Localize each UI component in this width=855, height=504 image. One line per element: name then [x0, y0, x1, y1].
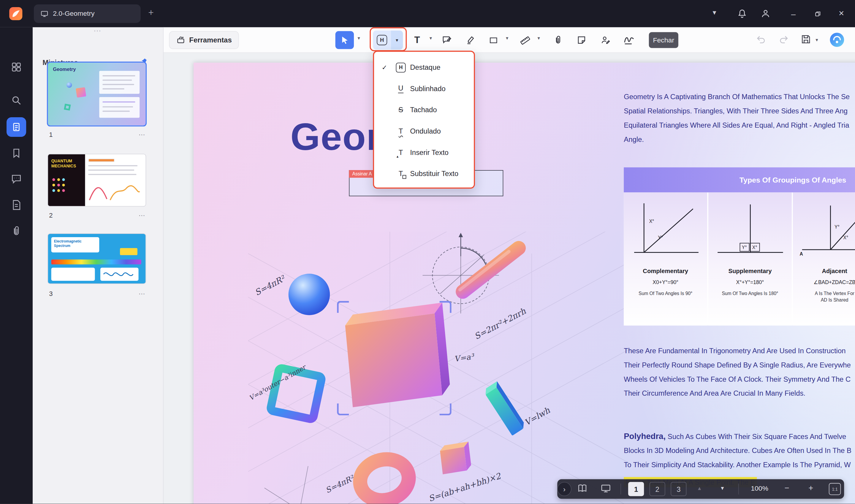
- highlight-tool-callout: [370, 27, 407, 51]
- collapse-bar-button[interactable]: ›: [557, 482, 571, 496]
- shape-tool-chevron-icon[interactable]: ▾: [503, 35, 511, 41]
- rectangle-shape-icon: [489, 35, 498, 45]
- selection-handle-bottom-right[interactable]: [439, 403, 451, 415]
- polyhedra-line: Such As Cubes With Their Six Square Face…: [665, 432, 846, 441]
- angles-table[interactable]: Types Of Groupings Of Angles X° Y° Compl…: [624, 167, 855, 326]
- selected-cube-shape[interactable]: [345, 303, 450, 407]
- sign-tool-button[interactable]: [596, 31, 614, 49]
- thumbnail-3-menu[interactable]: ⋯: [139, 290, 146, 298]
- thumbnail-1-number: 1: [49, 131, 53, 139]
- sidebar-item-thumbnails[interactable]: [6, 117, 26, 137]
- slide-page[interactable]: Geometry Assinar A: [194, 62, 855, 504]
- zoom-out-button[interactable]: −: [782, 483, 792, 492]
- menu-item-tachado[interactable]: S Tachado: [374, 99, 474, 121]
- menu-item-inserir-texto[interactable]: T Inserir Texto: [374, 142, 474, 163]
- undo-icon: [756, 34, 767, 45]
- new-tab-button[interactable]: +: [148, 8, 154, 19]
- thumbnail-1-menu[interactable]: ⋯: [139, 131, 146, 139]
- page-button-3[interactable]: 3: [671, 482, 687, 496]
- app-logo[interactable]: [7, 5, 25, 22]
- selection-handle-top-right[interactable]: [439, 301, 451, 313]
- mini-chart-label: [88, 159, 114, 162]
- close-edit-mode-button[interactable]: Fechar: [649, 32, 678, 48]
- geometry-shapes-cluster: [248, 232, 641, 504]
- angle-group-formula: X°+Y°=180°: [736, 279, 764, 285]
- menu-item-ondulado[interactable]: T Ondulado: [374, 121, 474, 142]
- selection-handle-bottom-left[interactable]: [337, 403, 349, 415]
- next-page-button[interactable]: ▾: [721, 485, 724, 492]
- bookmarks-icon[interactable]: [11, 147, 22, 159]
- previous-page-button[interactable]: ▴: [698, 485, 701, 492]
- thumbnail-2-number: 2: [49, 212, 53, 219]
- thumbnail-2-title-1: QUANTUM: [51, 159, 72, 164]
- angle-group-desc: Sum Of Two Angles Is 180°: [722, 290, 778, 296]
- menu-item-sublinhado[interactable]: U Sublinhado: [374, 78, 474, 100]
- circles-paragraph[interactable]: These Are Fundamental In Trigonometry An…: [624, 344, 851, 401]
- thumbnail-page-1[interactable]: Geometry: [48, 62, 146, 125]
- presentation-mode-button[interactable]: [600, 483, 612, 495]
- sticker-tool-button[interactable]: [572, 31, 590, 49]
- measure-tool-button[interactable]: [516, 31, 534, 49]
- intro-line: Angle.: [624, 132, 850, 147]
- text-tool-button[interactable]: T: [408, 31, 426, 49]
- attach-tool-button[interactable]: [549, 31, 567, 49]
- thumbnail-3-row: 3 ⋯: [49, 290, 145, 298]
- text-tool-chevron-icon[interactable]: ▾: [427, 35, 434, 41]
- save-chevron-icon[interactable]: ▾: [813, 37, 821, 42]
- menu-item-label: Substituir Texto: [410, 169, 458, 178]
- circles-line: Wheels Of Vehicles To The Face Of A Cloc…: [624, 372, 851, 386]
- signature-field-tag: Assinar A: [349, 170, 375, 178]
- panel-drag-handle[interactable]: ⋯: [33, 26, 163, 35]
- notifications-bell-icon[interactable]: [736, 8, 748, 19]
- intro-paragraph[interactable]: Geometry Is A Captivating Branch Of Math…: [624, 90, 850, 147]
- undo-button[interactable]: [756, 34, 768, 46]
- highlight-dropdown-menu: ✓ H Destaque U Sublinhado S Tachado T On…: [373, 51, 475, 189]
- zoom-level[interactable]: 100%: [747, 485, 772, 492]
- angle-group-desc: A Is The Vertex ForAD Is Shared: [815, 290, 854, 303]
- account-icon[interactable]: [760, 8, 771, 19]
- selection-handle-top-left[interactable]: [337, 301, 349, 313]
- page-button-1[interactable]: 1: [628, 482, 644, 496]
- titlebar-chevron-down-icon[interactable]: ▾: [713, 8, 716, 17]
- tools-icon: [176, 35, 185, 44]
- redo-button[interactable]: [778, 34, 790, 46]
- document-tab[interactable]: 2.0-Geometry: [34, 4, 141, 23]
- comment-tool-button[interactable]: [437, 31, 456, 49]
- select-tool-button[interactable]: [336, 31, 354, 49]
- replace-text-icon: T: [399, 169, 403, 178]
- main-toolbar: Ferramentas ▾ H ▾ T ▾ ▾ ▾: [164, 27, 855, 53]
- comments-icon[interactable]: [11, 173, 22, 185]
- sticker-icon: [576, 35, 587, 46]
- ai-assistant-button[interactable]: [829, 32, 845, 48]
- angle-group-name: Complementary: [643, 268, 688, 274]
- thumbnail-2-menu[interactable]: ⋯: [139, 212, 146, 219]
- apps-grid-icon[interactable]: [11, 61, 22, 73]
- save-button[interactable]: [800, 34, 812, 46]
- reading-mode-button[interactable]: [577, 483, 589, 495]
- signature-tool-button[interactable]: [620, 31, 638, 49]
- search-icon[interactable]: [11, 94, 22, 106]
- select-tool-chevron-icon[interactable]: ▾: [355, 35, 363, 41]
- thumbnails-panel: ⋯ Miniaturas Geometry: [33, 27, 164, 504]
- document-panel-icon[interactable]: [11, 199, 22, 211]
- shape-tool-button[interactable]: [484, 31, 503, 49]
- close-window-button[interactable]: ×: [834, 6, 849, 21]
- restore-button[interactable]: [810, 6, 825, 21]
- thumbnail-page-3[interactable]: ElectromagneticSpectrum: [48, 234, 146, 284]
- menu-item-destaque[interactable]: ✓ H Destaque: [374, 57, 474, 78]
- attachments-icon[interactable]: [11, 225, 22, 237]
- page-thumbnails-icon: [11, 122, 22, 133]
- zoom-in-button[interactable]: +: [806, 483, 816, 492]
- tools-button[interactable]: Ferramentas: [169, 31, 239, 49]
- mini-yellow-tag: [120, 248, 138, 255]
- thumbnail-1-row: 1 ⋯: [49, 131, 145, 139]
- fit-actual-size-button[interactable]: 1:1: [829, 483, 841, 495]
- mini-table-box: [99, 97, 140, 118]
- menu-item-substituir-texto[interactable]: T Substituir Texto: [374, 163, 474, 184]
- page-button-2[interactable]: 2: [649, 482, 665, 496]
- highlight-icon: H: [396, 62, 406, 72]
- minimize-button[interactable]: –: [786, 6, 801, 21]
- marker-tool-button[interactable]: [461, 31, 480, 49]
- measure-tool-chevron-icon[interactable]: ▾: [535, 35, 543, 41]
- thumbnail-page-2[interactable]: QUANTUMMECHANICS: [48, 154, 146, 206]
